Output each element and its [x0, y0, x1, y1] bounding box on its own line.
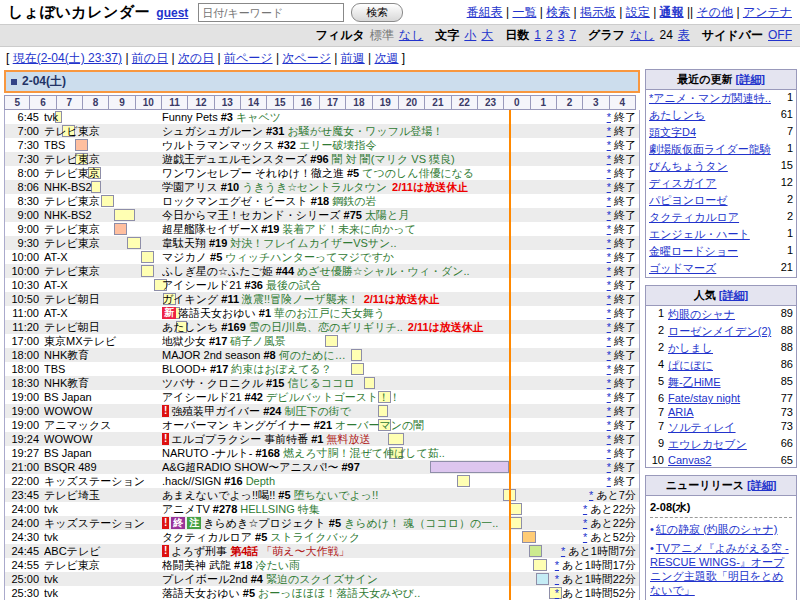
status-asterisk-link[interactable]: * — [607, 223, 611, 235]
popular-title-link[interactable]: 灼眼のシャナ — [668, 307, 777, 322]
status-asterisk-link[interactable]: * — [607, 461, 611, 473]
toolbar-option-3-1[interactable]: 1 — [534, 28, 541, 42]
program-title[interactable]: BLOOD+#17約束はおぼえてる？ — [162, 362, 541, 376]
program-title[interactable]: !強殖装甲ガイバー#24制圧下の街で — [162, 404, 541, 418]
toolbar-option-3-4[interactable]: 7 — [569, 28, 576, 42]
status-asterisk-link[interactable]: * — [583, 531, 587, 543]
program-title[interactable]: あまえないでよっ!!喝!!#5堕ちないでよっ!! — [162, 488, 541, 502]
program-title[interactable]: Funny Pets#3キャベツ — [162, 110, 541, 124]
program-title[interactable]: !よろず刑事第4話「萌え〜大作戦」 — [162, 544, 541, 558]
status-asterisk-link[interactable]: * — [583, 503, 587, 515]
recent-update-link[interactable]: タクティカルロア — [649, 210, 783, 225]
recent-update-link[interactable]: パピヨンローゼ — [649, 193, 783, 208]
program-title[interactable]: アニメTV#278HELLSING 特集 — [162, 502, 541, 516]
status-asterisk-link[interactable]: * — [607, 321, 611, 333]
popular-title-link[interactable]: Canvas2 — [668, 454, 777, 466]
status-asterisk-link[interactable]: * — [607, 181, 611, 193]
nav-2[interactable]: 一覧 — [512, 5, 536, 19]
toolbar-option-2-2[interactable]: 大 — [481, 28, 493, 42]
program-title[interactable]: 地獄少女#17硝子ノ風景 — [162, 334, 541, 348]
popular-title-link[interactable]: ぱにぽに — [668, 358, 777, 373]
status-asterisk-link[interactable]: * — [607, 167, 611, 179]
program-title[interactable]: アイシールド21#36最後の試合 — [162, 278, 541, 292]
recent-update-link[interactable]: 金曜ロードショー — [649, 244, 783, 259]
date-nav-5[interactable]: 次ページ — [282, 51, 331, 65]
program-title[interactable]: オーバーマン キングゲイナー#21オーバーマンの闇 — [162, 418, 541, 432]
date-nav-1[interactable]: 現在(2-04(土) 23:37) — [13, 51, 122, 65]
nav-7[interactable]: その他 — [697, 5, 734, 19]
recent-update-link[interactable]: あたしンち — [649, 108, 777, 123]
popular-title-link[interactable]: エウレカセブン — [668, 437, 777, 452]
popular-title-link[interactable]: ARIA — [668, 406, 777, 418]
toolbar-option-5-1[interactable]: OFF — [768, 28, 792, 42]
toolbar-option-2-1[interactable]: 小 — [464, 28, 476, 42]
recent-updates-detail-link[interactable]: [詳細] — [736, 73, 765, 85]
nav-1[interactable]: 番組表 — [467, 5, 503, 19]
status-asterisk-link[interactable]: * — [607, 209, 611, 221]
recent-update-link[interactable]: 頭文字D4 — [649, 125, 783, 140]
nav-3[interactable]: 検索 — [546, 5, 570, 19]
status-asterisk-link[interactable]: * — [555, 587, 559, 599]
program-title[interactable]: !エルゴプラクシー 事前特番#1無料放送 — [162, 432, 541, 446]
program-title[interactable]: !終注きらめき☆プロジェクト#5きらめけ！ 魂（ココロ）の一.. — [162, 516, 541, 530]
recent-update-link[interactable]: エンジェル・ハート — [649, 227, 783, 242]
search-button[interactable]: 検索 — [351, 3, 403, 22]
program-title[interactable]: マジカノ#5ウィッチハンターってマジですか — [162, 250, 541, 264]
program-title[interactable]: 落語天女おゆい#5おーっほほほ！落語天女みやび.. — [162, 586, 541, 600]
program-title[interactable]: ウルトラマンマックス#32エリー破壊指令 — [162, 138, 541, 152]
program-title[interactable]: .hack//SIGN#16Depth — [162, 474, 541, 488]
status-asterisk-link[interactable]: * — [589, 489, 593, 501]
status-asterisk-link[interactable]: * — [607, 153, 611, 165]
program-title[interactable]: 新落語天女おゆい#1華のお江戸に天女舞う — [162, 306, 541, 320]
program-title[interactable]: 超星艦隊セイザーX#19装着アド！未来に向かって — [162, 222, 541, 236]
nav-8[interactable]: アンテナ — [743, 5, 792, 19]
status-asterisk-link[interactable]: * — [583, 517, 587, 529]
program-title[interactable]: シュガシュガルーン#31お騒がせ魔女・ワッフル登場！ — [162, 124, 541, 138]
program-title[interactable]: ワンワンセレプー それゆけ！徹之進#5てつのしん俳優になる — [162, 166, 541, 180]
program-title[interactable]: タクティカルロア#5ストライクバック — [162, 530, 541, 544]
status-asterisk-link[interactable]: * — [607, 139, 611, 151]
status-asterisk-link[interactable]: * — [607, 125, 611, 137]
status-asterisk-link[interactable]: * — [607, 405, 611, 417]
status-asterisk-link[interactable]: * — [561, 545, 565, 557]
status-asterisk-link[interactable]: * — [607, 111, 611, 123]
status-asterisk-link[interactable]: * — [607, 307, 611, 319]
program-title[interactable]: あたしンち#169雪の日/川島、恋のギリギリチ..2/11は放送休止 — [162, 320, 541, 334]
program-title[interactable]: 格闘美神 武龍#18冷たい雨 — [162, 558, 541, 572]
status-asterisk-link[interactable]: * — [607, 391, 611, 403]
status-asterisk-link[interactable]: * — [607, 237, 611, 249]
new-release-detail-link[interactable]: [詳細] — [747, 479, 776, 491]
status-asterisk-link[interactable]: * — [607, 349, 611, 361]
toolbar-option-3-3[interactable]: 3 — [558, 28, 565, 42]
status-asterisk-link[interactable]: * — [607, 475, 611, 487]
popular-detail-link[interactable]: [詳細] — [719, 289, 748, 301]
date-nav-3[interactable]: 次の日 — [178, 51, 214, 65]
nav-4[interactable]: 掲示板 — [580, 5, 616, 19]
toolbar-option-4-3[interactable]: 表 — [678, 28, 690, 42]
popular-title-link[interactable]: ソルティレイ — [668, 420, 777, 435]
nav-5[interactable]: 設定 — [626, 5, 650, 19]
date-nav-4[interactable]: 前ページ — [224, 51, 273, 65]
status-asterisk-link[interactable]: * — [607, 293, 611, 305]
new-release-link[interactable]: TVアニメ『よみがえる空 -RESCUE WINGS-』オープニング主題歌「明日… — [650, 542, 789, 596]
recent-update-link[interactable]: ゴッドマーズ — [649, 261, 777, 276]
status-asterisk-link[interactable]: * — [607, 419, 611, 431]
status-asterisk-link[interactable]: * — [607, 265, 611, 277]
date-nav-6[interactable]: 前週 — [341, 51, 365, 65]
program-title[interactable]: 韋駄天翔#19対決！フレイムカイザーVSサン.. — [162, 236, 541, 250]
program-title[interactable]: 今日からマ王！セカンド・シリーズ#75太陽と月 — [162, 208, 541, 222]
program-title[interactable]: MAJOR 2nd season#8何のために… — [162, 348, 541, 362]
status-asterisk-link[interactable]: * — [555, 573, 559, 585]
status-asterisk-link[interactable]: * — [607, 195, 611, 207]
program-title[interactable]: ツバサ・クロニクル#15信じるココロ — [162, 376, 541, 390]
new-release-link[interactable]: 紅の静寂 (灼眼のシャナ) — [656, 523, 778, 535]
program-title[interactable]: 学園アリス#10うきうき☆セントラルタウン2/11は放送休止 — [162, 180, 541, 194]
status-asterisk-link[interactable]: * — [607, 377, 611, 389]
date-nav-2[interactable]: 前の日 — [132, 51, 168, 65]
program-title[interactable]: ガイキング#11激震!!冒険ノーザ襲来！2/11は放送休止 — [162, 292, 541, 306]
toolbar-option-1-2[interactable]: なし — [399, 28, 424, 42]
status-asterisk-link[interactable]: * — [607, 279, 611, 291]
guest-link[interactable]: guest — [156, 6, 188, 20]
program-title[interactable]: A&G超RADIO SHOW〜アニスパ!〜#97 — [162, 460, 541, 474]
status-asterisk-link[interactable]: * — [607, 251, 611, 263]
